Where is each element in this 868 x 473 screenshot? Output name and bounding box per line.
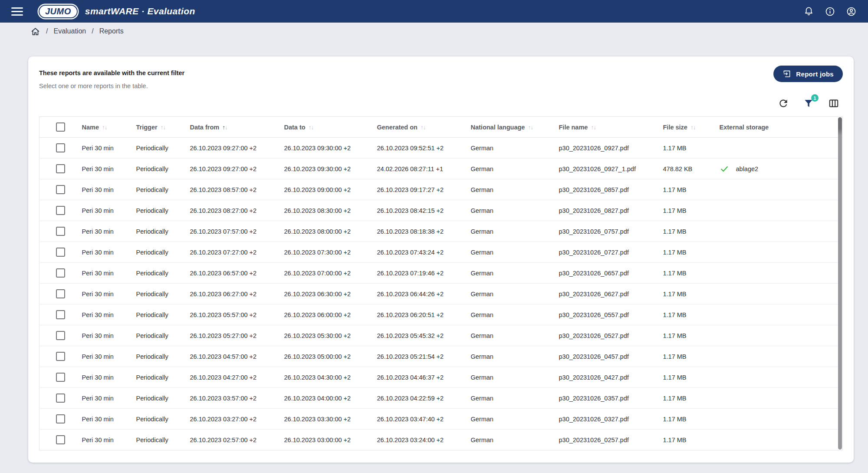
cell-external-storage [715,179,843,200]
sort-arrows[interactable]: ↑↓ [591,124,596,131]
breadcrumb-item-reports[interactable]: Reports [99,27,124,35]
row-checkbox[interactable] [56,268,65,278]
sort-desc-icon[interactable]: ↓ [225,124,227,131]
table-scrollbar[interactable] [838,117,842,450]
table-row: Peri 30 min Periodically 26.10.2023 03:5… [39,388,843,409]
cell-data-to: 26.10.2023 08:30:00 +2 [280,200,373,221]
filter-icon[interactable]: 1 [803,98,814,109]
sort-arrows[interactable]: ↑↓ [690,124,696,131]
breadcrumb: / Evaluation / Reports [0,23,868,40]
cell-file-name: p30_20231026_0427.pdf [555,367,659,388]
language-value: German [471,207,493,214]
generated-on-value: 24.02.2026 08:27:11 +1 [377,165,444,172]
trigger-value: Periodically [136,228,168,235]
bell-icon[interactable] [803,6,814,17]
row-checkbox[interactable] [56,206,65,215]
cell-generated-on: 26.10.2023 06:20:51 +2 [373,304,467,325]
generated-on-value: 26.10.2023 09:17:27 +2 [377,186,444,193]
row-checkbox[interactable] [56,373,65,382]
breadcrumb-item-evaluation[interactable]: Evaluation [53,27,86,35]
row-checkbox[interactable] [56,248,65,257]
column-header-trigger[interactable]: Trigger↑↓ [132,117,186,138]
menu-icon[interactable] [11,7,23,16]
trigger-value: Periodically [136,145,168,152]
sort-desc-icon[interactable]: ↓ [105,124,107,131]
sort-arrows[interactable]: ↑↓ [222,124,227,131]
file-size-value: 1.17 MB [663,395,687,402]
cell-language: German [467,284,555,304]
column-header-data_from[interactable]: Data from↑↓ [186,117,280,138]
table-row: Peri 30 min Periodically 26.10.2023 09:2… [39,159,843,179]
report-jobs-icon [783,69,791,78]
sort-arrows[interactable]: ↑↓ [102,124,107,131]
row-select-cell [39,284,78,304]
cell-generated-on: 26.10.2023 09:52:51 +2 [373,138,467,159]
info-icon[interactable] [825,6,835,17]
row-checkbox[interactable] [56,164,65,173]
column-header-name[interactable]: Name↑↓ [78,117,132,138]
cell-data-from: 26.10.2023 05:57:00 +2 [186,304,280,325]
sort-desc-icon[interactable]: ↓ [163,124,165,131]
column-header-generated_on[interactable]: Generated on↑↓ [373,117,467,138]
sort-desc-icon[interactable]: ↓ [593,124,596,131]
sort-desc-icon[interactable]: ↓ [311,124,313,131]
column-header-data_to[interactable]: Data to↑↓ [280,117,373,138]
table-row: Peri 30 min Periodically 26.10.2023 08:2… [39,200,843,221]
report-jobs-label: Report jobs [796,70,834,78]
report-jobs-button[interactable]: Report jobs [773,66,843,82]
select-all-checkbox[interactable] [56,122,65,132]
file-name-value: p30_20231026_0357.pdf [559,395,629,402]
column-header-file_name[interactable]: File name↑↓ [555,117,659,138]
data-to-value: 26.10.2023 07:00:00 +2 [284,270,351,277]
generated-on-value: 26.10.2023 08:42:15 +2 [377,207,444,214]
home-icon[interactable] [30,26,40,36]
data-to-value: 26.10.2023 03:00:00 +2 [284,437,351,443]
row-checkbox[interactable] [56,435,65,444]
row-checkbox[interactable] [56,394,65,403]
cell-data-to: 26.10.2023 07:30:00 +2 [280,242,373,263]
sort-arrows[interactable]: ↑↓ [421,124,426,131]
sort-arrows[interactable]: ↑↓ [528,124,533,131]
columns-icon[interactable] [828,98,839,109]
row-checkbox[interactable] [56,414,65,423]
reports-panel: These reports are available with the cur… [28,56,854,463]
name-value: Peri 30 min [82,332,114,339]
cell-data-from: 26.10.2023 03:57:00 +2 [186,388,280,409]
cell-trigger: Periodically [132,346,186,367]
row-checkbox[interactable] [56,143,65,152]
select-all-cell [39,117,78,138]
sort-desc-icon[interactable]: ↓ [693,124,696,131]
cell-file-name: p30_20231026_0927.pdf [555,138,659,159]
row-checkbox[interactable] [56,310,65,319]
column-header-file_size[interactable]: File size↑↓ [659,117,715,138]
generated-on-value: 26.10.2023 05:21:54 +2 [377,353,444,360]
sort-arrows[interactable]: ↑↓ [161,124,166,131]
language-value: German [471,228,493,235]
name-value: Peri 30 min [82,145,114,152]
cell-data-from: 26.10.2023 08:27:00 +2 [186,200,280,221]
row-checkbox[interactable] [56,185,65,194]
refresh-icon[interactable] [778,98,789,109]
name-value: Peri 30 min [82,228,114,235]
jumo-logo[interactable]: JUMO [39,5,78,18]
reports-table: Name↑↓Trigger↑↓Data from↑↓Data to↑↓Gener… [39,116,843,450]
generated-on-value: 26.10.2023 06:44:26 +2 [377,291,444,298]
data-from-value: 26.10.2023 04:27:00 +2 [190,374,257,381]
account-icon[interactable] [846,6,857,17]
column-header-language[interactable]: National language↑↓ [467,117,555,138]
sort-desc-icon[interactable]: ↓ [530,124,533,131]
cell-name: Peri 30 min [78,325,132,346]
row-checkbox[interactable] [56,352,65,361]
column-label: File name [559,124,588,131]
cell-file-name: p30_20231026_0457.pdf [555,346,659,367]
file-size-value: 1.17 MB [663,228,687,235]
row-checkbox[interactable] [56,227,65,236]
check-icon [720,164,729,174]
sort-arrows[interactable]: ↑↓ [309,124,314,131]
language-value: German [471,311,493,318]
row-checkbox[interactable] [56,331,65,340]
sort-desc-icon[interactable]: ↓ [423,124,426,131]
cell-language: German [467,221,555,242]
cell-external-storage [715,409,843,430]
row-checkbox[interactable] [56,289,65,298]
